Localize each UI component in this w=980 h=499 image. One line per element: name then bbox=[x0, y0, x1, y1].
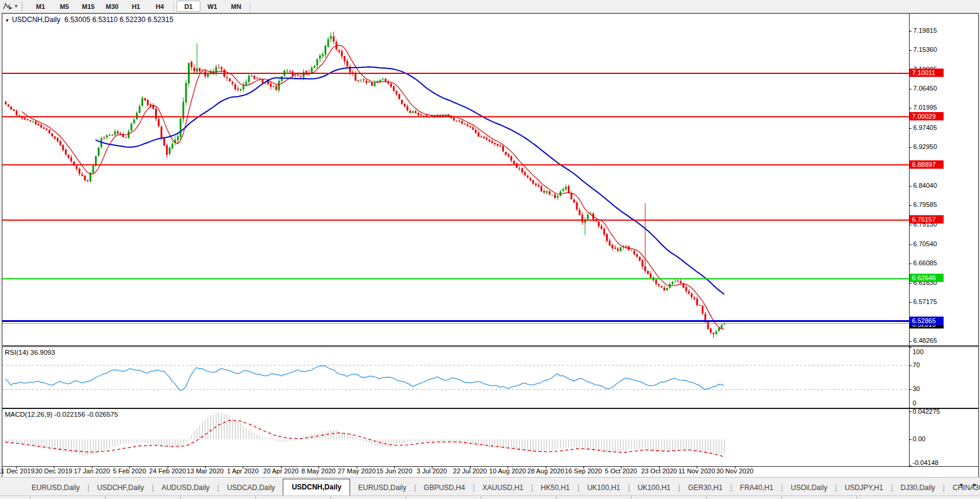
time-tick-label: 30 Dec 2019 bbox=[35, 467, 72, 475]
price-tick-mark bbox=[909, 31, 911, 32]
macd-tick-mark bbox=[909, 411, 911, 412]
price-tick-mark bbox=[909, 89, 911, 89]
time-tick-label: 23 Oct 2020 bbox=[641, 467, 677, 475]
time-tick-label: 27 May 2020 bbox=[338, 467, 376, 475]
timeframe-button-w1[interactable]: W1 bbox=[200, 1, 224, 12]
chart-tab-fra40-h1[interactable]: FRA40,H1 bbox=[732, 481, 781, 495]
tabs-scroll-left-icon[interactable]: ◄ bbox=[958, 482, 963, 488]
price-tick-mark bbox=[909, 283, 911, 284]
price-tick-mark bbox=[909, 341, 911, 342]
chart-symbol: USDCNH,Daily bbox=[12, 16, 60, 24]
time-tick-label: 13 Mar 2020 bbox=[187, 467, 224, 475]
timeframe-button-m5[interactable]: M5 bbox=[52, 1, 76, 12]
timeframe-button-h4[interactable]: H4 bbox=[148, 1, 172, 12]
price-tick-label: 6.66085 bbox=[913, 259, 937, 266]
macd-tick-label: 0.00 bbox=[913, 435, 925, 442]
chart-tab-usdchf-daily[interactable]: USDCHF,Daily bbox=[89, 481, 152, 495]
timeframe-button-mn[interactable]: MN bbox=[224, 1, 248, 12]
timeframe-button-m30[interactable]: M30 bbox=[100, 1, 124, 12]
strip-separator bbox=[406, 496, 406, 499]
price-tick-label: 6.48265 bbox=[913, 337, 937, 344]
timeframe-button-h1[interactable]: H1 bbox=[124, 1, 148, 12]
rsi-tick-mark bbox=[909, 347, 911, 348]
price-tick-label: 7.19815 bbox=[913, 27, 937, 34]
chart-tab-bar: EURUSD,Daily|USDCHF,Daily|AUDUSD,Daily|U… bbox=[0, 477, 980, 495]
price-chart-surface[interactable] bbox=[2, 13, 909, 345]
price-tick-mark bbox=[909, 186, 911, 187]
time-tick-label: 24 Feb 2020 bbox=[149, 467, 186, 475]
time-tick-label: 16 Sep 2020 bbox=[565, 467, 602, 475]
timeframe-toolbar: ▼ M1M5M15M30H1H4D1W1MN bbox=[0, 0, 980, 13]
time-tick-label: 5 Feb 2020 bbox=[113, 467, 146, 475]
price-tick-label: 7.06450 bbox=[913, 85, 937, 92]
price-tick-mark bbox=[909, 244, 911, 245]
rsi-tick-label: 0 bbox=[913, 399, 916, 407]
time-tick-label: 20 Apr 2020 bbox=[263, 467, 298, 475]
strip-separator bbox=[706, 496, 707, 499]
price-tick-mark bbox=[909, 128, 911, 129]
level-price-label: 6.52865 bbox=[910, 317, 944, 325]
price-axis-line[interactable] bbox=[909, 13, 910, 466]
chart-tab-uk100-h1[interactable]: UK100,H1 bbox=[579, 481, 627, 495]
chart-tab-gbpusd-h4[interactable]: GBPUSD,H4 bbox=[416, 481, 472, 495]
cursor-tool-icon[interactable] bbox=[2, 2, 13, 11]
price-tick-label: 6.97405 bbox=[913, 124, 937, 131]
price-tick-mark bbox=[909, 50, 911, 51]
chart-tab-eurusd-daily[interactable]: EURUSD,Daily bbox=[24, 481, 88, 495]
price-tick-mark bbox=[909, 225, 911, 225]
level-price-label: 6.62646 bbox=[910, 274, 944, 282]
macd-tick-mark bbox=[909, 466, 911, 466]
tabs-scroll-right-icon[interactable]: ► bbox=[972, 482, 978, 488]
price-tick-label: 7.15360 bbox=[913, 46, 937, 53]
time-tick-label: 30 Nov 2020 bbox=[716, 467, 753, 475]
macd-chart-surface[interactable] bbox=[2, 409, 909, 466]
strip-separator bbox=[255, 496, 256, 499]
chart-tab-eurusd-daily[interactable]: EURUSD,Daily bbox=[350, 481, 414, 495]
chart-title: ▼USDCNH,Daily 6.53005 6.53110 6.52230 6.… bbox=[5, 16, 174, 24]
chart-tab-usoil-daily[interactable]: USOil,Daily bbox=[783, 481, 835, 495]
timeframe-button-m1[interactable]: M1 bbox=[29, 1, 52, 12]
toolbar-separator bbox=[250, 2, 251, 11]
macd-tick-label: -0.04148 bbox=[913, 459, 938, 466]
price-tick-mark bbox=[909, 302, 911, 303]
mt4-terminal: { "toolbar": { "cursor_tool": "cursor-to… bbox=[0, 0, 980, 499]
price-tick-label: 6.79585 bbox=[913, 201, 937, 208]
chart-tab-ger30-h1[interactable]: GER30,H1 bbox=[680, 481, 730, 495]
rsi-label: RSI(14) 36.9093 bbox=[5, 349, 55, 356]
strip-separator bbox=[556, 496, 557, 499]
time-tick-label: 11 Nov 2020 bbox=[678, 467, 715, 475]
chart-tab-usdjpy-h1[interactable]: USDJPY,H1 bbox=[837, 481, 891, 495]
tool-dropdown-icon[interactable]: ▼ bbox=[14, 4, 18, 9]
rsi-tick-mark bbox=[909, 365, 911, 366]
chart-tab-uk100-h1[interactable]: UK100,H1 bbox=[630, 481, 678, 495]
macd-label: MACD(12,26,9) -0.022156 -0.026575 bbox=[5, 411, 118, 418]
rsi-chart-surface[interactable] bbox=[2, 347, 909, 408]
macd-tick-mark bbox=[909, 439, 911, 440]
toolbar-separator bbox=[174, 2, 175, 11]
panel-splitter-main-rsi[interactable] bbox=[2, 345, 978, 347]
bottom-strip bbox=[0, 495, 980, 499]
time-tick-label: 28 Aug 2020 bbox=[527, 467, 564, 475]
time-tick-label: 8 May 2020 bbox=[301, 467, 335, 475]
collapse-triangle-icon[interactable]: ▼ bbox=[5, 18, 10, 23]
macd-tick-label: 0.042275 bbox=[913, 408, 940, 415]
macd-panel-border-bottom bbox=[2, 466, 978, 467]
time-tick-label: 3 Jul 2020 bbox=[417, 467, 447, 475]
chart-tab-audusd-daily[interactable]: AUDUSD,Daily bbox=[154, 481, 218, 495]
chart-tab-usdcad-daily[interactable]: USDCAD,Daily bbox=[219, 481, 283, 495]
chart-window-border-right bbox=[978, 13, 979, 477]
time-tick-label: 5 Oct 2020 bbox=[605, 467, 637, 475]
timeframe-button-d1[interactable]: D1 bbox=[177, 1, 200, 12]
timeframe-button-m15[interactable]: M15 bbox=[76, 1, 100, 12]
chart-tab-dj30-daily[interactable]: DJ30,Daily bbox=[893, 481, 943, 495]
price-tick-label: 6.92950 bbox=[913, 143, 937, 150]
chart-tab-xauusd-h1[interactable]: XAUUSD,H1 bbox=[475, 481, 531, 495]
chart-tab-usdcnh-daily[interactable]: USDCNH,Daily bbox=[283, 479, 350, 495]
rsi-tick-label: 100 bbox=[913, 348, 923, 355]
strip-separator bbox=[105, 496, 106, 499]
chart-tab-hk50-h1[interactable]: HK50,H1 bbox=[533, 481, 578, 495]
price-tick-mark bbox=[909, 108, 911, 109]
panel-splitter-rsi-macd[interactable] bbox=[2, 408, 978, 409]
rsi-tick-label: 30 bbox=[913, 385, 920, 392]
toolbar-grip[interactable] bbox=[21, 2, 26, 11]
